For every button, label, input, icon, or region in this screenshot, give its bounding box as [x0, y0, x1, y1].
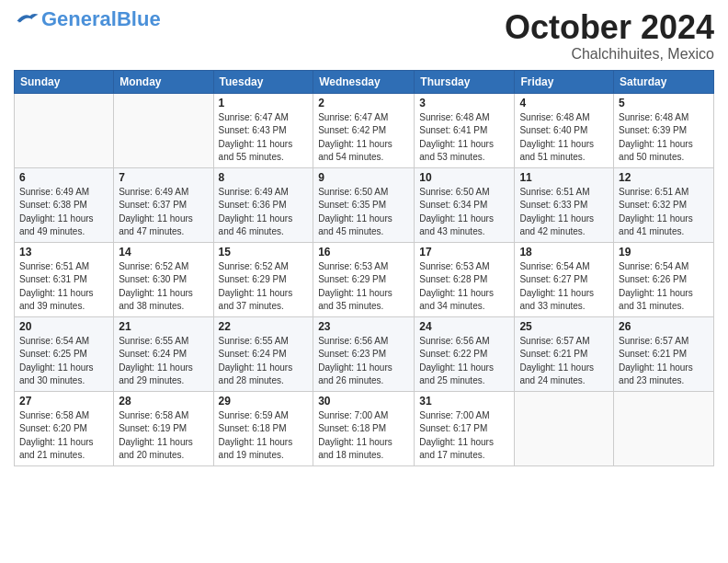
calendar-day-cell: 5Sunrise: 6:48 AM Sunset: 6:39 PM Daylig…: [614, 93, 714, 167]
calendar-day-cell: [614, 391, 714, 465]
calendar-day-cell: [114, 93, 213, 167]
location: Chalchihuites, Mexico: [505, 46, 714, 63]
calendar-day-cell: 10Sunrise: 6:50 AM Sunset: 6:34 PM Dayli…: [415, 167, 515, 242]
day-number: 12: [619, 171, 709, 184]
calendar-body: 1Sunrise: 6:47 AM Sunset: 6:43 PM Daylig…: [15, 93, 714, 465]
day-info: Sunrise: 6:48 AM Sunset: 6:39 PM Dayligh…: [619, 111, 709, 165]
calendar-day-cell: 12Sunrise: 6:51 AM Sunset: 6:32 PM Dayli…: [614, 167, 714, 242]
day-number: 30: [318, 395, 409, 408]
logo: GeneralBlue: [14, 9, 161, 29]
day-number: 26: [619, 320, 709, 333]
calendar-day-header: Monday: [114, 70, 213, 93]
calendar-day-header: Thursday: [415, 70, 515, 93]
calendar-day-cell: 25Sunrise: 6:57 AM Sunset: 6:21 PM Dayli…: [515, 316, 614, 391]
day-number: 14: [119, 246, 208, 259]
month-title: October 2024: [505, 9, 714, 46]
day-info: Sunrise: 6:49 AM Sunset: 6:36 PM Dayligh…: [219, 186, 309, 239]
calendar-day-cell: 4Sunrise: 6:48 AM Sunset: 6:40 PM Daylig…: [515, 93, 614, 167]
day-info: Sunrise: 6:56 AM Sunset: 6:22 PM Dayligh…: [419, 335, 509, 388]
calendar-day-cell: 24Sunrise: 6:56 AM Sunset: 6:22 PM Dayli…: [415, 316, 515, 391]
calendar-day-cell: 23Sunrise: 6:56 AM Sunset: 6:23 PM Dayli…: [313, 316, 415, 391]
calendar-day-cell: 15Sunrise: 6:52 AM Sunset: 6:29 PM Dayli…: [213, 242, 313, 316]
calendar-table: SundayMondayTuesdayWednesdayThursdayFrid…: [14, 70, 714, 466]
calendar-week-row: 1Sunrise: 6:47 AM Sunset: 6:43 PM Daylig…: [15, 93, 714, 167]
day-number: 9: [318, 171, 409, 184]
calendar-day-cell: 22Sunrise: 6:55 AM Sunset: 6:24 PM Dayli…: [213, 316, 313, 391]
day-info: Sunrise: 6:53 AM Sunset: 6:28 PM Dayligh…: [419, 260, 509, 314]
day-number: 15: [219, 246, 309, 259]
day-info: Sunrise: 6:58 AM Sunset: 6:20 PM Dayligh…: [19, 409, 108, 463]
day-number: 4: [519, 97, 609, 109]
calendar-day-cell: 20Sunrise: 6:54 AM Sunset: 6:25 PM Dayli…: [15, 316, 114, 391]
page-container: GeneralBlue October 2024 Chalchihuites, …: [0, 0, 728, 471]
calendar-day-cell: 3Sunrise: 6:48 AM Sunset: 6:41 PM Daylig…: [415, 93, 515, 167]
calendar-day-header: Sunday: [15, 70, 114, 93]
day-info: Sunrise: 6:51 AM Sunset: 6:31 PM Dayligh…: [19, 260, 108, 314]
calendar-day-cell: 26Sunrise: 6:57 AM Sunset: 6:21 PM Dayli…: [614, 316, 714, 391]
day-number: 16: [318, 246, 409, 259]
day-info: Sunrise: 6:47 AM Sunset: 6:43 PM Dayligh…: [219, 111, 309, 165]
day-number: 11: [519, 171, 609, 184]
day-info: Sunrise: 6:50 AM Sunset: 6:35 PM Dayligh…: [318, 186, 409, 239]
day-number: 6: [19, 171, 108, 184]
day-info: Sunrise: 6:56 AM Sunset: 6:23 PM Dayligh…: [318, 335, 409, 388]
calendar-day-header: Friday: [515, 70, 614, 93]
day-info: Sunrise: 6:57 AM Sunset: 6:21 PM Dayligh…: [619, 335, 709, 388]
calendar-day-cell: 14Sunrise: 6:52 AM Sunset: 6:30 PM Dayli…: [114, 242, 213, 316]
calendar-day-cell: 13Sunrise: 6:51 AM Sunset: 6:31 PM Dayli…: [15, 242, 114, 316]
day-info: Sunrise: 6:48 AM Sunset: 6:40 PM Dayligh…: [519, 111, 609, 165]
calendar-day-cell: 18Sunrise: 6:54 AM Sunset: 6:27 PM Dayli…: [515, 242, 614, 316]
calendar-day-cell: 28Sunrise: 6:58 AM Sunset: 6:19 PM Dayli…: [114, 391, 213, 465]
day-number: 10: [419, 171, 509, 184]
day-info: Sunrise: 6:51 AM Sunset: 6:33 PM Dayligh…: [519, 186, 609, 239]
page-header: GeneralBlue October 2024 Chalchihuites, …: [14, 9, 714, 63]
day-number: 3: [419, 97, 509, 109]
calendar-day-cell: 30Sunrise: 7:00 AM Sunset: 6:18 PM Dayli…: [313, 391, 415, 465]
logo-general: General: [41, 7, 117, 30]
calendar-day-cell: 17Sunrise: 6:53 AM Sunset: 6:28 PM Dayli…: [415, 242, 515, 316]
logo-blue: Blue: [117, 7, 161, 30]
calendar-week-row: 20Sunrise: 6:54 AM Sunset: 6:25 PM Dayli…: [15, 316, 714, 391]
logo-bird-icon: [14, 9, 40, 26]
day-info: Sunrise: 6:47 AM Sunset: 6:42 PM Dayligh…: [318, 111, 409, 165]
calendar-day-cell: [515, 391, 614, 465]
day-number: 8: [219, 171, 309, 184]
day-info: Sunrise: 6:54 AM Sunset: 6:25 PM Dayligh…: [19, 335, 108, 388]
day-info: Sunrise: 6:58 AM Sunset: 6:19 PM Dayligh…: [119, 409, 208, 463]
calendar-day-cell: 11Sunrise: 6:51 AM Sunset: 6:33 PM Dayli…: [515, 167, 614, 242]
calendar-day-cell: 31Sunrise: 7:00 AM Sunset: 6:17 PM Dayli…: [415, 391, 515, 465]
day-info: Sunrise: 6:50 AM Sunset: 6:34 PM Dayligh…: [419, 186, 509, 239]
day-number: 17: [419, 246, 509, 259]
day-info: Sunrise: 6:59 AM Sunset: 6:18 PM Dayligh…: [219, 409, 309, 463]
day-number: 23: [318, 320, 409, 333]
day-number: 28: [119, 395, 208, 408]
calendar-week-row: 6Sunrise: 6:49 AM Sunset: 6:38 PM Daylig…: [15, 167, 714, 242]
day-number: 27: [19, 395, 108, 408]
calendar-day-cell: 9Sunrise: 6:50 AM Sunset: 6:35 PM Daylig…: [313, 167, 415, 242]
calendar-day-cell: 21Sunrise: 6:55 AM Sunset: 6:24 PM Dayli…: [114, 316, 213, 391]
day-number: 5: [619, 97, 709, 109]
calendar-header-row: SundayMondayTuesdayWednesdayThursdayFrid…: [15, 70, 714, 93]
calendar-day-cell: 6Sunrise: 6:49 AM Sunset: 6:38 PM Daylig…: [15, 167, 114, 242]
calendar-day-cell: [15, 93, 114, 167]
day-info: Sunrise: 7:00 AM Sunset: 6:17 PM Dayligh…: [419, 409, 509, 463]
calendar-day-cell: 1Sunrise: 6:47 AM Sunset: 6:43 PM Daylig…: [213, 93, 313, 167]
calendar-day-cell: 27Sunrise: 6:58 AM Sunset: 6:20 PM Dayli…: [15, 391, 114, 465]
calendar-day-cell: 7Sunrise: 6:49 AM Sunset: 6:37 PM Daylig…: [114, 167, 213, 242]
day-number: 24: [419, 320, 509, 333]
calendar-day-cell: 29Sunrise: 6:59 AM Sunset: 6:18 PM Dayli…: [213, 391, 313, 465]
day-number: 2: [318, 97, 409, 109]
day-number: 7: [119, 171, 208, 184]
day-info: Sunrise: 6:55 AM Sunset: 6:24 PM Dayligh…: [219, 335, 309, 388]
day-number: 18: [519, 246, 609, 259]
day-number: 25: [519, 320, 609, 333]
day-info: Sunrise: 6:55 AM Sunset: 6:24 PM Dayligh…: [119, 335, 208, 388]
day-info: Sunrise: 6:48 AM Sunset: 6:41 PM Dayligh…: [419, 111, 509, 165]
day-info: Sunrise: 6:53 AM Sunset: 6:29 PM Dayligh…: [318, 260, 409, 314]
calendar-week-row: 13Sunrise: 6:51 AM Sunset: 6:31 PM Dayli…: [15, 242, 714, 316]
calendar-day-cell: 2Sunrise: 6:47 AM Sunset: 6:42 PM Daylig…: [313, 93, 415, 167]
day-info: Sunrise: 6:57 AM Sunset: 6:21 PM Dayligh…: [519, 335, 609, 388]
calendar-day-cell: 8Sunrise: 6:49 AM Sunset: 6:36 PM Daylig…: [213, 167, 313, 242]
calendar-day-cell: 16Sunrise: 6:53 AM Sunset: 6:29 PM Dayli…: [313, 242, 415, 316]
calendar-day-header: Wednesday: [313, 70, 415, 93]
